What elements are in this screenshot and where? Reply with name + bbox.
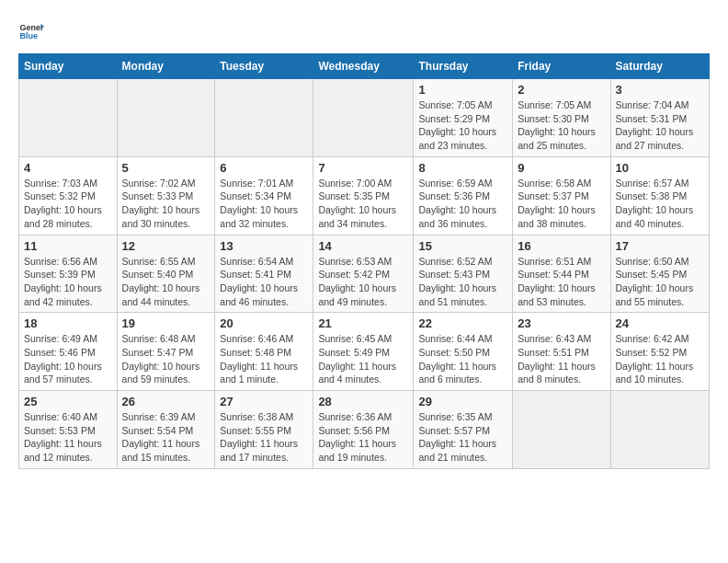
calendar-cell: 10Sunrise: 6:57 AM Sunset: 5:38 PM Dayli… [610, 156, 710, 235]
logo: General Blue [18, 18, 44, 44]
calendar-cell: 5Sunrise: 7:02 AM Sunset: 5:33 PM Daylig… [117, 156, 215, 235]
day-number: 4 [24, 161, 112, 175]
day-detail: Sunrise: 6:56 AM Sunset: 5:39 PM Dayligh… [24, 255, 112, 309]
day-detail: Sunrise: 6:59 AM Sunset: 5:36 PM Dayligh… [418, 177, 507, 231]
day-detail: Sunrise: 6:55 AM Sunset: 5:40 PM Dayligh… [122, 255, 210, 309]
calendar-week-row: 11Sunrise: 6:56 AM Sunset: 5:39 PM Dayli… [19, 235, 710, 313]
calendar-table: SundayMondayTuesdayWednesdayThursdayFrid… [18, 53, 710, 469]
calendar-cell: 26Sunrise: 6:39 AM Sunset: 5:54 PM Dayli… [117, 391, 215, 469]
calendar-cell [19, 79, 118, 157]
day-number: 15 [418, 239, 507, 253]
weekday-header-thursday: Thursday [414, 54, 513, 79]
day-number: 17 [616, 239, 705, 253]
calendar-cell: 19Sunrise: 6:48 AM Sunset: 5:47 PM Dayli… [117, 313, 215, 391]
day-number: 26 [122, 395, 210, 408]
calendar-cell [117, 79, 215, 157]
day-number: 3 [616, 83, 705, 97]
day-detail: Sunrise: 6:57 AM Sunset: 5:38 PM Dayligh… [616, 177, 705, 231]
weekday-header-sunday: Sunday [19, 54, 118, 79]
day-detail: Sunrise: 6:58 AM Sunset: 5:37 PM Dayligh… [518, 177, 605, 231]
weekday-header-row: SundayMondayTuesdayWednesdayThursdayFrid… [19, 54, 710, 79]
day-detail: Sunrise: 7:05 AM Sunset: 5:30 PM Dayligh… [518, 98, 605, 153]
calendar-cell: 16Sunrise: 6:51 AM Sunset: 5:44 PM Dayli… [513, 235, 610, 313]
calendar-cell: 2Sunrise: 7:05 AM Sunset: 5:30 PM Daylig… [513, 79, 610, 157]
weekday-header-saturday: Saturday [610, 54, 710, 79]
day-number: 20 [220, 316, 308, 330]
day-detail: Sunrise: 6:51 AM Sunset: 5:44 PM Dayligh… [518, 255, 605, 309]
calendar-cell [313, 79, 414, 157]
calendar-cell: 4Sunrise: 7:03 AM Sunset: 5:32 PM Daylig… [19, 156, 118, 235]
calendar-cell: 13Sunrise: 6:54 AM Sunset: 5:41 PM Dayli… [215, 235, 313, 313]
day-detail: Sunrise: 7:01 AM Sunset: 5:34 PM Dayligh… [220, 177, 308, 231]
day-detail: Sunrise: 6:44 AM Sunset: 5:50 PM Dayligh… [418, 332, 507, 386]
calendar-cell: 22Sunrise: 6:44 AM Sunset: 5:50 PM Dayli… [414, 313, 513, 391]
calendar-cell: 27Sunrise: 6:38 AM Sunset: 5:55 PM Dayli… [215, 391, 313, 469]
day-detail: Sunrise: 7:02 AM Sunset: 5:33 PM Dayligh… [122, 177, 210, 231]
day-number: 5 [122, 161, 210, 175]
day-detail: Sunrise: 6:46 AM Sunset: 5:48 PM Dayligh… [220, 332, 308, 386]
day-detail: Sunrise: 6:42 AM Sunset: 5:52 PM Dayligh… [616, 332, 705, 386]
day-number: 1 [418, 83, 507, 97]
day-number: 29 [418, 395, 507, 408]
calendar-cell: 18Sunrise: 6:49 AM Sunset: 5:46 PM Dayli… [19, 313, 118, 391]
calendar-cell: 11Sunrise: 6:56 AM Sunset: 5:39 PM Dayli… [19, 235, 118, 313]
day-number: 13 [220, 239, 308, 253]
logo-icon: General Blue [18, 18, 44, 44]
weekday-header-wednesday: Wednesday [313, 54, 414, 79]
day-detail: Sunrise: 7:00 AM Sunset: 5:35 PM Dayligh… [318, 177, 408, 231]
calendar-cell: 12Sunrise: 6:55 AM Sunset: 5:40 PM Dayli… [117, 235, 215, 313]
day-detail: Sunrise: 6:40 AM Sunset: 5:53 PM Dayligh… [24, 410, 112, 465]
calendar-week-row: 1Sunrise: 7:05 AM Sunset: 5:29 PM Daylig… [19, 79, 710, 157]
calendar-cell: 15Sunrise: 6:52 AM Sunset: 5:43 PM Dayli… [414, 235, 513, 313]
calendar-week-row: 4Sunrise: 7:03 AM Sunset: 5:32 PM Daylig… [19, 156, 710, 235]
day-detail: Sunrise: 6:54 AM Sunset: 5:41 PM Dayligh… [220, 255, 308, 309]
day-number: 22 [418, 316, 507, 330]
weekday-header-monday: Monday [117, 54, 215, 79]
day-detail: Sunrise: 6:49 AM Sunset: 5:46 PM Dayligh… [24, 332, 112, 386]
day-detail: Sunrise: 6:48 AM Sunset: 5:47 PM Dayligh… [122, 332, 210, 386]
calendar-cell [610, 391, 710, 469]
day-number: 28 [318, 395, 408, 408]
calendar-cell: 21Sunrise: 6:45 AM Sunset: 5:49 PM Dayli… [313, 313, 414, 391]
day-detail: Sunrise: 7:03 AM Sunset: 5:32 PM Dayligh… [24, 177, 112, 231]
calendar-cell: 6Sunrise: 7:01 AM Sunset: 5:34 PM Daylig… [215, 156, 313, 235]
day-number: 24 [616, 316, 705, 330]
day-number: 8 [418, 161, 507, 175]
day-number: 14 [318, 239, 408, 253]
day-number: 11 [24, 239, 112, 253]
calendar-cell: 29Sunrise: 6:35 AM Sunset: 5:57 PM Dayli… [414, 391, 513, 469]
calendar-cell: 24Sunrise: 6:42 AM Sunset: 5:52 PM Dayli… [610, 313, 710, 391]
calendar-cell: 3Sunrise: 7:04 AM Sunset: 5:31 PM Daylig… [610, 79, 710, 157]
calendar-cell: 20Sunrise: 6:46 AM Sunset: 5:48 PM Dayli… [215, 313, 313, 391]
day-detail: Sunrise: 6:39 AM Sunset: 5:54 PM Dayligh… [122, 410, 210, 465]
calendar-cell: 28Sunrise: 6:36 AM Sunset: 5:56 PM Dayli… [313, 391, 414, 469]
day-number: 23 [518, 316, 605, 330]
calendar-cell: 17Sunrise: 6:50 AM Sunset: 5:45 PM Dayli… [610, 235, 710, 313]
day-detail: Sunrise: 6:36 AM Sunset: 5:56 PM Dayligh… [318, 410, 408, 465]
day-detail: Sunrise: 6:35 AM Sunset: 5:57 PM Dayligh… [418, 410, 507, 465]
page-header: General Blue [18, 18, 710, 44]
day-number: 9 [518, 161, 605, 175]
calendar-week-row: 25Sunrise: 6:40 AM Sunset: 5:53 PM Dayli… [19, 391, 710, 469]
day-number: 18 [24, 316, 112, 330]
calendar-week-row: 18Sunrise: 6:49 AM Sunset: 5:46 PM Dayli… [19, 313, 710, 391]
day-number: 7 [318, 161, 408, 175]
svg-text:Blue: Blue [19, 31, 38, 40]
weekday-header-tuesday: Tuesday [215, 54, 313, 79]
calendar-cell [215, 79, 313, 157]
day-number: 10 [616, 161, 705, 175]
day-detail: Sunrise: 7:04 AM Sunset: 5:31 PM Dayligh… [616, 98, 705, 153]
day-number: 2 [518, 83, 605, 97]
calendar-cell: 14Sunrise: 6:53 AM Sunset: 5:42 PM Dayli… [313, 235, 414, 313]
day-detail: Sunrise: 6:45 AM Sunset: 5:49 PM Dayligh… [318, 332, 408, 386]
day-number: 27 [220, 395, 308, 408]
day-detail: Sunrise: 7:05 AM Sunset: 5:29 PM Dayligh… [418, 98, 507, 153]
calendar-cell: 23Sunrise: 6:43 AM Sunset: 5:51 PM Dayli… [513, 313, 610, 391]
day-detail: Sunrise: 6:38 AM Sunset: 5:55 PM Dayligh… [220, 410, 308, 465]
svg-text:General: General [19, 23, 44, 32]
calendar-cell: 7Sunrise: 7:00 AM Sunset: 5:35 PM Daylig… [313, 156, 414, 235]
calendar-cell: 25Sunrise: 6:40 AM Sunset: 5:53 PM Dayli… [19, 391, 118, 469]
day-detail: Sunrise: 6:52 AM Sunset: 5:43 PM Dayligh… [418, 255, 507, 309]
calendar-cell: 1Sunrise: 7:05 AM Sunset: 5:29 PM Daylig… [414, 79, 513, 157]
day-number: 25 [24, 395, 112, 408]
